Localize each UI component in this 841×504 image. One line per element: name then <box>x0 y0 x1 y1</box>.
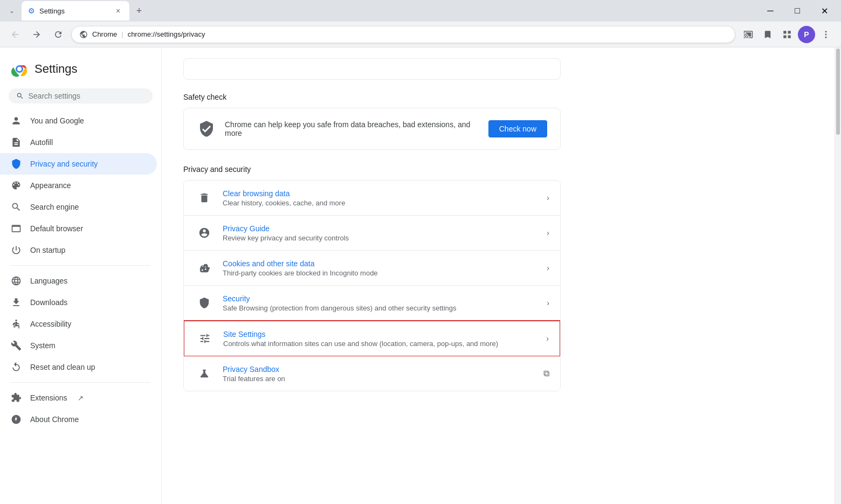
sidebar-item-appearance[interactable]: Appearance <box>0 175 157 196</box>
clear-browsing-subtitle: Clear history, cookies, cache, and more <box>223 199 538 207</box>
scrollbar-track <box>835 47 841 504</box>
top-partial-card <box>183 58 561 80</box>
sidebar-item-you-google[interactable]: You and Google <box>0 110 157 132</box>
sidebar-item-default-browser[interactable]: Default browser <box>0 218 157 239</box>
cookies-subtitle: Third-party cookies are blocked in Incog… <box>223 269 538 277</box>
sidebar-header: Settings <box>0 56 161 88</box>
sidebar-item-reset[interactable]: Reset and clean up <box>0 356 157 378</box>
sidebar-item-about[interactable]: About Chrome <box>0 409 157 430</box>
minimize-button[interactable]: ─ <box>758 0 783 22</box>
svg-point-4 <box>825 31 827 32</box>
safety-check-card: Chrome can help keep you safe from data … <box>183 108 561 150</box>
safety-check-description: Chrome can help keep you safe from data … <box>225 120 480 137</box>
sidebar-item-you-google-label: You and Google <box>30 116 84 125</box>
sidebar-item-extensions[interactable]: Extensions ↗ <box>0 387 157 409</box>
privacy-sandbox-subtitle: Trial features are on <box>223 375 535 383</box>
sidebar-item-downloads[interactable]: Downloads <box>0 292 157 313</box>
settings-item-privacy-guide[interactable]: Privacy Guide Review key privacy and sec… <box>184 216 560 251</box>
settings-item-cookies[interactable]: Cookies and other site data Third-party … <box>184 251 560 286</box>
sidebar-item-default-browser-label: Default browser <box>30 224 83 233</box>
sidebar-title: Settings <box>35 62 78 76</box>
clear-browsing-text: Clear browsing data Clear history, cooki… <box>223 189 538 207</box>
clear-browsing-title: Clear browsing data <box>223 189 538 198</box>
back-button[interactable] <box>6 26 24 43</box>
extensions-external-icon: ↗ <box>78 394 84 402</box>
refresh-button[interactable] <box>50 26 67 43</box>
search-bar[interactable] <box>9 88 153 103</box>
tab-favicon: ⚙ <box>28 6 35 15</box>
address-favicon <box>79 30 88 39</box>
search-input[interactable] <box>29 92 146 100</box>
cookies-title: Cookies and other site data <box>223 259 538 268</box>
person-icon <box>11 115 22 126</box>
svg-point-10 <box>17 67 22 71</box>
sidebar-item-reset-label: Reset and clean up <box>30 363 95 371</box>
check-now-button[interactable]: Check now <box>488 120 547 137</box>
privacy-guide-title: Privacy Guide <box>223 224 538 233</box>
svg-rect-1 <box>788 31 791 33</box>
toolbar: Chrome | chrome://settings/privacy P <box>0 22 841 47</box>
cast-button[interactable] <box>740 26 757 43</box>
settings-item-privacy-sandbox[interactable]: Privacy Sandbox Trial features are on ⧉ <box>184 356 560 391</box>
settings-item-security[interactable]: Security Safe Browsing (protection from … <box>184 286 560 321</box>
download-icon <box>11 297 22 308</box>
sidebar-item-languages[interactable]: Languages <box>0 270 157 292</box>
menu-button[interactable] <box>817 26 835 43</box>
sidebar-item-privacy[interactable]: Privacy and security <box>0 153 157 175</box>
sidebar-item-accessibility[interactable]: Accessibility <box>0 313 157 335</box>
maximize-button[interactable]: □ <box>785 0 810 22</box>
sliders-icon <box>195 329 215 348</box>
site-settings-title: Site Settings <box>223 330 537 339</box>
sidebar-item-about-label: About Chrome <box>30 415 79 424</box>
sidebar-divider-1 <box>11 265 150 266</box>
sidebar-item-system-label: System <box>30 341 56 350</box>
sidebar-item-privacy-label: Privacy and security <box>30 160 98 168</box>
safety-shield-icon <box>197 119 216 139</box>
security-text: Security Safe Browsing (protection from … <box>223 294 538 312</box>
search-icon <box>16 92 24 100</box>
security-shield-icon <box>195 293 214 313</box>
sidebar-item-autofill[interactable]: Autofill <box>0 132 157 153</box>
address-site: Chrome <box>92 30 117 38</box>
settings-item-clear-browsing[interactable]: Clear browsing data Clear history, cooki… <box>184 181 560 216</box>
bookmark-button[interactable] <box>759 26 776 43</box>
security-arrow-icon: › <box>547 299 549 307</box>
sidebar-nav: You and Google Autofill Privacy and secu… <box>0 110 161 430</box>
power-icon <box>11 245 22 256</box>
chrome-logo <box>11 60 28 78</box>
privacy-sandbox-external-icon: ⧉ <box>543 369 549 378</box>
svg-point-6 <box>825 36 827 38</box>
sidebar-item-downloads-label: Downloads <box>30 298 67 307</box>
svg-rect-3 <box>788 35 791 38</box>
cookies-text: Cookies and other site data Third-party … <box>223 259 538 277</box>
search-container <box>0 88 161 110</box>
sidebar-item-system[interactable]: System <box>0 335 157 356</box>
sidebar-item-appearance-label: Appearance <box>30 181 71 190</box>
privacy-section-title: Privacy and security <box>183 165 561 174</box>
sidebar: Settings You and Google <box>0 47 162 504</box>
settings-item-site-settings[interactable]: Site Settings Controls what information … <box>183 320 561 357</box>
site-settings-arrow-icon: › <box>546 334 549 343</box>
profile-button[interactable]: P <box>798 26 815 43</box>
forward-button[interactable] <box>28 26 45 43</box>
tab-close-button[interactable]: × <box>113 6 123 16</box>
puzzle-icon <box>11 392 22 403</box>
sidebar-item-search[interactable]: Search engine <box>0 196 157 218</box>
close-button[interactable]: ✕ <box>812 0 837 22</box>
site-settings-text: Site Settings Controls what information … <box>223 330 537 348</box>
tab-search-btn[interactable]: ⌄ <box>4 3 19 18</box>
scrollbar-thumb[interactable] <box>836 49 840 135</box>
active-tab: ⚙ Settings × <box>22 1 129 20</box>
svg-point-11 <box>15 320 17 321</box>
address-url: chrome://settings/privacy <box>128 30 205 38</box>
flask-icon <box>195 364 214 383</box>
palette-icon <box>11 180 22 191</box>
address-bar[interactable]: Chrome | chrome://settings/privacy <box>71 26 735 43</box>
safety-check-title: Safety check <box>183 93 561 101</box>
search-nav-icon <box>11 202 22 212</box>
tab-organizer-button[interactable] <box>778 26 796 43</box>
tab-title: Settings <box>39 7 109 15</box>
new-tab-button[interactable]: + <box>132 3 147 18</box>
sidebar-item-on-startup[interactable]: On startup <box>0 239 157 261</box>
reset-icon <box>11 362 22 372</box>
